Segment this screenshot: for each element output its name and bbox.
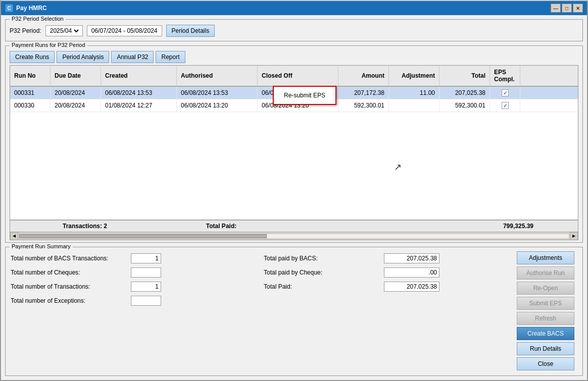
cell-runno: 000330 [10, 99, 51, 112]
cell-eps [490, 99, 520, 112]
cell-runno: 000331 [10, 87, 51, 99]
p32-period-label: P32 Period Selection [10, 16, 66, 22]
table-footer: Transactions: 2 Total Paid: 799,325.39 [10, 220, 578, 232]
total-paid-row-label: Total Paid: [264, 283, 380, 290]
bacs-label: Total number of BACS Transactions: [11, 255, 127, 262]
context-menu: Re-submit EPS [273, 86, 336, 105]
cell-authorised: 06/08/2024 13:20 [177, 99, 258, 112]
close-button[interactable]: ✕ [573, 4, 583, 13]
minimize-button[interactable]: — [551, 4, 561, 13]
table-container: Run No Due Date Created Authorised Close… [10, 65, 578, 240]
payment-run-summary: Payment Run Summary Total number of BACS… [5, 247, 583, 376]
eps-checkbox [502, 89, 509, 96]
period-row: P32 Period: 2025/04 2025/03 2025/02 06/0… [10, 23, 578, 37]
authorise-run-button: Authorise Run [517, 266, 574, 280]
title-bar-left: C Pay HMRC [5, 4, 47, 12]
cheque-paid-label: Total paid by Cheque: [264, 269, 380, 276]
col-header-duedate: Due Date [51, 66, 101, 86]
scroll-right-button[interactable]: ▶ [570, 232, 578, 240]
cell-duedate: 20/08/2024 [51, 99, 101, 112]
window-title: Pay HMRC [16, 5, 47, 12]
scroll-thumb[interactable] [19, 234, 267, 238]
toolbar: Create Runs Period Analysis Annual P32 R… [10, 49, 578, 63]
adjustments-button[interactable]: Adjustments [517, 251, 574, 264]
summary-row-cheques: Total number of Cheques: [11, 267, 256, 278]
submit-eps-button: Submit EPS [517, 297, 574, 310]
maximize-button[interactable]: □ [562, 4, 572, 13]
payment-runs-label: Payment Runs for P32 Period [10, 42, 87, 48]
annual-p32-button[interactable]: Annual P32 [111, 51, 154, 63]
cheques-label: Total number of Cheques: [11, 269, 127, 276]
cell-total: 207,025.38 [439, 87, 490, 99]
scroll-track [19, 234, 569, 238]
summary-row-total-paid: Total Paid: [264, 282, 509, 292]
cell-duedate: 20/08/2024 [51, 87, 101, 99]
eps-checkbox [502, 102, 509, 109]
summary-section-label: Payment Run Summary [10, 243, 73, 249]
create-bacs-button[interactable]: Create BACS [517, 327, 574, 340]
title-bar: C Pay HMRC — □ ✕ [1, 1, 587, 15]
cell-eps [490, 87, 520, 99]
refresh-button: Refresh [517, 312, 574, 325]
report-button[interactable]: Report [156, 51, 185, 63]
cell-created: 06/08/2024 13:53 [101, 87, 177, 99]
summary-row-transactions: Total number of Transactions: [11, 282, 256, 292]
col-header-amount: Amount [338, 66, 389, 86]
cell-adjustment [389, 99, 439, 112]
col-header-created: Created [101, 66, 177, 86]
cheques-input[interactable] [131, 267, 161, 278]
reopen-button: Re-Open [517, 282, 574, 295]
col-header-authorised: Authorised [177, 66, 258, 86]
cell-adjustment: 11.00 [389, 87, 439, 99]
cell-created: 01/08/2024 12:27 [101, 99, 177, 112]
cheque-paid-input[interactable] [384, 267, 439, 278]
period-range: 06/07/2024 - 05/08/2024 [87, 25, 162, 36]
period-field-label: P32 Period: [10, 27, 41, 34]
cell-amount: 592,300.01 [338, 99, 389, 112]
main-window: C Pay HMRC — □ ✕ P32 Period Selection P3… [0, 0, 588, 381]
transactions-count: Transactions: 2 [14, 223, 156, 230]
period-select[interactable]: 2025/04 2025/03 2025/02 [45, 25, 83, 36]
col-header-closedoff: Closed Off [258, 66, 338, 86]
col-header-adjustment: Adjustment [389, 66, 439, 86]
summary-buttons: Adjustments Authorise Run Re-Open Submit… [517, 251, 577, 370]
col-header-total: Total [439, 66, 490, 86]
transactions-input[interactable] [131, 282, 161, 292]
period-details-button[interactable]: Period Details [166, 25, 215, 37]
p32-period-section: P32 Period Selection P32 Period: 2025/04… [5, 19, 583, 41]
bacs-paid-label: Total paid by BACS: [264, 255, 380, 262]
mouse-cursor: ↗ [394, 161, 402, 173]
title-bar-controls: — □ ✕ [551, 4, 583, 13]
cell-amount: 207,172.38 [338, 87, 389, 99]
col-header-eps: EPS Compl. [490, 66, 520, 86]
app-icon: C [5, 4, 13, 12]
transactions-label: Total number of Transactions: [11, 283, 127, 290]
summary-middle: Total paid by BACS: Total paid by Cheque… [264, 251, 509, 370]
bacs-paid-input[interactable] [384, 253, 439, 263]
exceptions-label: Total number of Exceptions: [11, 297, 127, 304]
summary-row-exceptions: Total number of Exceptions: [11, 296, 256, 306]
exceptions-input[interactable] [131, 296, 161, 306]
total-paid-input[interactable] [384, 282, 439, 292]
summary-row-bacs: Total number of BACS Transactions: [11, 253, 256, 263]
create-runs-button[interactable]: Create Runs [10, 51, 55, 63]
total-paid-label: Total Paid: [156, 223, 287, 230]
col-header-runno: Run No [10, 66, 51, 86]
context-menu-resubmit-eps[interactable]: Re-submit EPS [274, 89, 335, 102]
summary-row-cheque-paid: Total paid by Cheque: [264, 267, 509, 278]
horizontal-scrollbar[interactable]: ◀ ▶ [10, 232, 578, 240]
close-button-summary[interactable]: Close [517, 357, 574, 370]
run-details-button[interactable]: Run Details [517, 342, 574, 355]
table-header: Run No Due Date Created Authorised Close… [10, 66, 578, 87]
scroll-left-button[interactable]: ◀ [10, 232, 18, 240]
period-dropdown[interactable]: 2025/04 2025/03 2025/02 [48, 27, 80, 35]
bacs-input[interactable] [131, 253, 161, 263]
cell-total: 592,300.01 [439, 99, 490, 112]
summary-left: Total number of BACS Transactions: Total… [11, 251, 256, 370]
payment-runs-section: Payment Runs for P32 Period Create Runs … [5, 45, 583, 243]
period-analysis-button[interactable]: Period Analysis [57, 51, 109, 63]
summary-row-bacs-paid: Total paid by BACS: [264, 253, 509, 263]
total-paid-amount: 799,325.39 [287, 223, 574, 230]
window-content: P32 Period Selection P32 Period: 2025/04… [1, 15, 587, 380]
cell-authorised: 06/08/2024 13:53 [177, 87, 258, 99]
